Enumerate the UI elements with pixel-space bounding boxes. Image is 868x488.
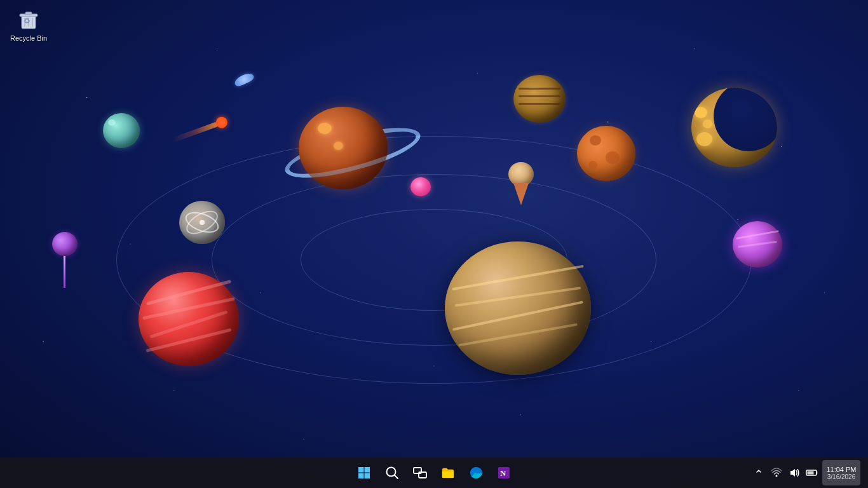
svg-point-18 xyxy=(776,475,778,477)
planet-purple-right xyxy=(733,221,782,268)
clock-display: 11:04 PM xyxy=(826,466,856,473)
orbit-container xyxy=(85,101,783,419)
planet-target xyxy=(179,201,225,244)
svg-rect-2 xyxy=(25,12,32,15)
edge-button[interactable] xyxy=(463,460,489,485)
system-tray xyxy=(752,466,818,479)
svg-rect-10 xyxy=(365,473,370,479)
recycle-bin-label: Recycle Bin xyxy=(10,34,47,43)
task-view-button[interactable] xyxy=(407,460,433,485)
onenote-button[interactable]: N xyxy=(491,460,517,485)
planet-pink-small xyxy=(410,177,431,196)
clock-area[interactable]: 11:04 PM 3/16/2026 xyxy=(822,460,860,485)
taskbar-center: N xyxy=(351,460,517,485)
recycle-bin-icon-desktop[interactable]: ♻ Recycle Bin xyxy=(3,3,54,45)
desktop: ♻ Recycle Bin xyxy=(0,0,868,488)
start-button[interactable] xyxy=(351,460,377,485)
taskbar-right: 11:04 PM 3/16/2026 xyxy=(752,460,860,485)
svg-text:♻: ♻ xyxy=(24,17,31,25)
volume-icon[interactable] xyxy=(788,466,801,479)
file-explorer-button[interactable] xyxy=(435,460,461,485)
lollipop xyxy=(52,232,78,288)
rocket-top xyxy=(234,75,254,84)
svg-line-12 xyxy=(395,475,398,479)
svg-rect-9 xyxy=(358,473,364,479)
planet-cookie xyxy=(513,75,566,123)
svg-text:N: N xyxy=(500,468,506,478)
planet-red xyxy=(139,272,239,366)
battery-icon[interactable] xyxy=(806,466,818,479)
planet-orange-spotted xyxy=(577,126,635,181)
svg-rect-20 xyxy=(808,471,814,475)
network-icon[interactable] xyxy=(770,466,783,479)
ice-cream xyxy=(508,162,534,205)
svg-rect-7 xyxy=(358,467,364,473)
planet-teal xyxy=(103,113,140,148)
taskbar: N xyxy=(0,458,868,488)
show-hidden-icons-button[interactable] xyxy=(752,466,765,479)
date-display: 3/16/2026 xyxy=(827,473,856,480)
planet-moon xyxy=(691,88,777,167)
search-button[interactable] xyxy=(379,460,405,485)
svg-rect-8 xyxy=(365,467,370,473)
svg-rect-15 xyxy=(442,471,454,478)
planet-donut xyxy=(445,241,591,375)
recycle-bin-icon: ♻ xyxy=(16,6,41,31)
